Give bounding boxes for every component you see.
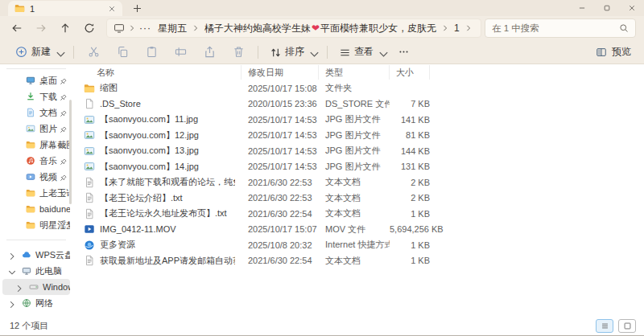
- chevron-right-icon[interactable]: [464, 24, 473, 32]
- sidebar-item-folder[interactable]: 上老王论坛当: [2, 185, 70, 201]
- sidebar-scrollbar[interactable]: [69, 100, 72, 204]
- file-date: 2025/10/17 15:07: [242, 224, 319, 234]
- new-tab-button[interactable]: [132, 3, 142, 14]
- pin-icon: [58, 125, 65, 133]
- chevron-right-icon[interactable]: [128, 24, 136, 32]
- view-label: 查看: [354, 45, 374, 59]
- chevron-down-icon: [378, 48, 385, 55]
- large-icons-view-button[interactable]: [618, 319, 636, 333]
- column-header-name[interactable]: 名称: [84, 65, 242, 80]
- chevron-right-icon[interactable]: [441, 24, 449, 32]
- column-header-type[interactable]: 类型: [319, 65, 390, 80]
- tab-close-icon[interactable]: [106, 3, 118, 14]
- file-size: 1 KB: [390, 209, 430, 219]
- sidebar-item-downloads[interactable]: 下载: [2, 88, 70, 104]
- share-button[interactable]: [196, 43, 223, 62]
- sidebar-item-pictures[interactable]: 图片: [2, 121, 70, 137]
- sidebar-item-screenshots[interactable]: 屏幕截图: [2, 137, 70, 153]
- this-pc-icon[interactable]: [114, 23, 125, 34]
- file-size: 7 KB: [390, 99, 430, 109]
- text-file-icon: [84, 192, 95, 203]
- sidebar-separator: [6, 68, 66, 69]
- table-row[interactable]: .DS_Store 2020/10/15 23:36 DS_STORE 文件 7…: [72, 96, 644, 113]
- copy-button[interactable]: [109, 43, 136, 62]
- window-controls: [569, 0, 644, 16]
- text-file-icon: [84, 177, 95, 188]
- table-row[interactable]: 【来了就能下载和观看的论坛，纯免费！】.txt 2021/6/30 22:53 …: [72, 174, 644, 191]
- search-input[interactable]: [492, 23, 614, 33]
- breadcrumb-segment-week[interactable]: 星期五: [155, 22, 190, 35]
- folder-icon: [26, 220, 35, 230]
- column-header-size[interactable]: 大小: [390, 65, 430, 80]
- sidebar-item-label: Windows-SSD: [43, 282, 70, 292]
- sort-button[interactable]: 排序: [264, 43, 321, 62]
- breadcrumb-segment-main[interactable]: 橘子大神约炮高校学生妹❤平面模特兼职少女，皮肤无: [201, 22, 440, 35]
- table-row[interactable]: 【saonvyou.com】14.jpg 2025/10/17 14:53 JP…: [72, 159, 644, 175]
- chevron-right-icon[interactable]: [7, 252, 14, 259]
- back-button[interactable]: [6, 18, 27, 38]
- search-icon[interactable]: [619, 23, 629, 33]
- file-icon: [84, 98, 95, 109]
- breadcrumb[interactable]: ··· 星期五 橘子大神约炮高校学生妹❤平面模特兼职少女，皮肤无 1: [106, 18, 481, 38]
- table-row[interactable]: 缩图 2025/10/17 15:08 文件夹: [72, 80, 644, 96]
- minimize-button[interactable]: [569, 0, 594, 16]
- file-name: IMG_0412-11.MOV: [100, 224, 176, 234]
- table-row[interactable]: 更多资源 2025/10/8 20:32 Internet 快捷方式 1 KB: [72, 237, 644, 253]
- breadcrumb-ellipsis[interactable]: ···: [138, 23, 153, 34]
- sidebar-item-folder[interactable]: 明星淫梦之【张: [2, 217, 70, 233]
- details-view-button[interactable]: [596, 319, 613, 333]
- sidebar-item-this-pc[interactable]: 此电脑: [2, 263, 70, 279]
- chevron-down-icon: [308, 48, 316, 55]
- table-row[interactable]: 【老王论坛永久地址发布页】.txt 2021/6/30 22:54 文本文档 1…: [72, 206, 644, 222]
- new-button[interactable]: 新建: [10, 43, 68, 62]
- sidebar-item-wps-cloud[interactable]: WPS云盘: [2, 247, 70, 263]
- pin-icon: [58, 190, 65, 197]
- chevron-down-icon: [55, 48, 62, 55]
- titlebar: 1: [0, 0, 644, 16]
- sidebar-item-label: 下载: [39, 91, 57, 103]
- column-header-date[interactable]: 修改日期: [242, 65, 319, 80]
- file-date: 2021/6/30 22:54: [242, 256, 319, 265]
- table-row[interactable]: 【saonvyou.com】13.jpg 2025/10/17 14:53 JP…: [72, 143, 644, 159]
- sidebar-item-documents[interactable]: 文档: [2, 104, 70, 121]
- table-row[interactable]: 【老王论坛介绍】.txt 2021/6/30 22:53 文本文档 2 KB: [72, 191, 644, 207]
- sidebar-item-folder[interactable]: baidunetdiskdo: [2, 201, 70, 217]
- search-box[interactable]: [485, 18, 636, 38]
- sidebar-item-windows-ssd[interactable]: Windows-SSD: [2, 279, 70, 295]
- maximize-button[interactable]: [594, 0, 619, 16]
- file-date: 2021/6/30 22:53: [242, 178, 319, 187]
- tab-title: 1: [30, 4, 101, 14]
- explorer-tab[interactable]: 1: [8, 1, 122, 16]
- sidebar-item-desktop[interactable]: 桌面: [2, 72, 70, 88]
- paste-button[interactable]: [138, 43, 165, 62]
- view-button[interactable]: 查看: [333, 43, 390, 62]
- chevron-down-icon[interactable]: [7, 268, 14, 275]
- picture-icon: [26, 124, 35, 133]
- music-icon: [26, 156, 35, 166]
- chevron-right-icon[interactable]: [14, 284, 22, 291]
- chevron-right-icon[interactable]: [7, 300, 14, 307]
- table-row[interactable]: 【saonvyou.com】11.jpg 2025/10/17 14:53 JP…: [72, 112, 644, 128]
- delete-button[interactable]: [225, 43, 252, 62]
- sidebar-item-music[interactable]: 音乐: [2, 153, 70, 169]
- table-row[interactable]: 【saonvyou.com】12.jpg 2025/10/17 14:53 JP…: [72, 128, 644, 144]
- refresh-button[interactable]: [79, 18, 100, 38]
- cut-button[interactable]: [80, 43, 107, 62]
- heart-glyph: ❤: [311, 23, 320, 34]
- file-explorer-window: 1 ··· 星期五 橘子大神约炮高校学生妹❤平面模特兼职少女，皮肤无 1: [0, 0, 644, 336]
- sidebar-item-network[interactable]: 网络: [2, 295, 70, 311]
- up-button[interactable]: [55, 18, 76, 38]
- table-row[interactable]: IMG_0412-11.MOV 2025/10/17 15:07 MOV 文件 …: [72, 222, 644, 238]
- breadcrumb-segment-current[interactable]: 1: [451, 23, 463, 34]
- rename-button[interactable]: [167, 43, 194, 62]
- preview-toggle-button[interactable]: 预览: [592, 45, 634, 59]
- more-options-button[interactable]: [392, 43, 415, 62]
- sidebar-item-videos[interactable]: 视频: [2, 169, 70, 185]
- forward-button[interactable]: [31, 18, 52, 38]
- this-pc-icon: [22, 266, 31, 276]
- folder-icon: [26, 188, 35, 198]
- preview-label: 预览: [612, 45, 631, 59]
- close-button[interactable]: [619, 0, 644, 16]
- table-row[interactable]: 获取最新地址及APP请发邮箱自动获取.txt 2021/6/30 22:54 文…: [72, 253, 644, 269]
- chevron-right-icon[interactable]: [192, 24, 200, 32]
